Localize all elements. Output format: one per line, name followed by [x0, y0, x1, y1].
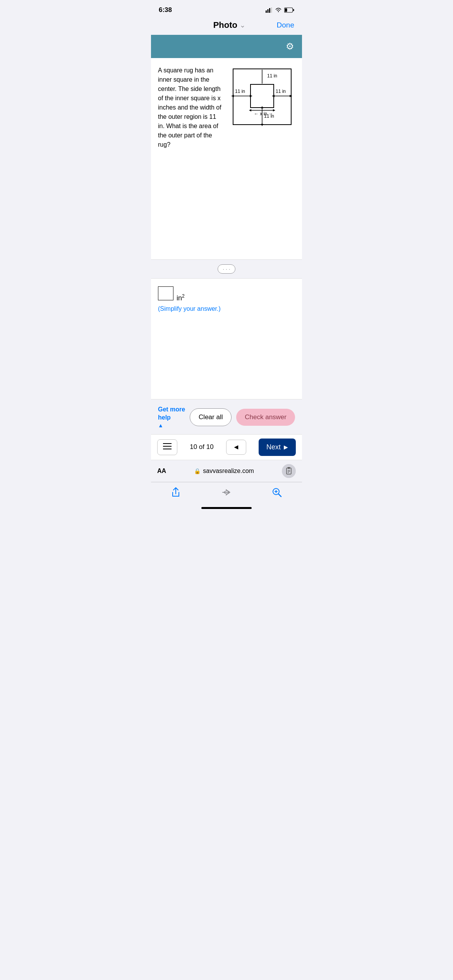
- list-icon: [163, 443, 172, 450]
- home-bar: [201, 507, 252, 509]
- lock-icon: 🔒: [194, 468, 201, 474]
- status-time: 6:38: [159, 6, 172, 14]
- get-more-help-button[interactable]: Get more help ▲: [158, 406, 185, 429]
- nav-title-area: Photo ⌄: [213, 20, 245, 30]
- svg-rect-3: [271, 7, 272, 13]
- ios-toolbar: [151, 482, 302, 504]
- nav-bar: Photo ⌄ Done: [151, 17, 302, 35]
- check-answer-button[interactable]: Check answer: [236, 409, 295, 426]
- divider-section: · · ·: [151, 259, 302, 279]
- clipboard-icon: [285, 467, 293, 475]
- svg-marker-12: [231, 95, 234, 97]
- svg-rect-5: [293, 9, 294, 11]
- answer-area: in2 (Simplify your answer.): [151, 279, 302, 322]
- answer-unit: in2: [177, 293, 185, 302]
- simplify-hint: (Simplify your answer.): [158, 305, 295, 312]
- url-text: savvasrealize.com: [203, 468, 254, 475]
- gear-icon[interactable]: ⚙: [286, 41, 294, 52]
- content-spacer: [151, 322, 302, 399]
- zoom-icon: [272, 487, 282, 497]
- svg-rect-6: [285, 9, 287, 12]
- questions-list-button[interactable]: [157, 439, 177, 455]
- svg-line-36: [278, 494, 281, 497]
- next-button[interactable]: Next ▶: [259, 439, 296, 456]
- clipboard-button[interactable]: [282, 464, 296, 478]
- question-text: A square rug has an inner square in the …: [158, 66, 223, 149]
- diagram-container: 11 in 11 in 11 in 11 in: [229, 66, 295, 129]
- back-button[interactable]: [216, 486, 236, 501]
- nav-title: Photo: [213, 20, 237, 30]
- battery-icon: [284, 7, 294, 13]
- url-area: 🔒 savvasrealize.com: [166, 468, 282, 475]
- svg-rect-0: [266, 10, 267, 13]
- svg-marker-13: [250, 95, 252, 97]
- svg-rect-31: [288, 467, 290, 469]
- font-size-button[interactable]: AA: [157, 468, 166, 475]
- signal-icon: [266, 7, 273, 13]
- svg-marker-24: [249, 109, 251, 111]
- svg-marker-25: [273, 109, 275, 111]
- back-icon: [221, 488, 232, 497]
- main-content: A square rug has an inner square in the …: [151, 58, 302, 259]
- bottom-toolbar: Get more help ▲ Clear all Check answer: [151, 399, 302, 434]
- svg-text:11 in: 11 in: [267, 73, 277, 79]
- clear-all-button[interactable]: Clear all: [190, 408, 232, 426]
- answer-input-box[interactable]: [158, 286, 173, 300]
- answer-input-row: in2: [158, 286, 295, 302]
- share-button[interactable]: [166, 485, 185, 502]
- next-arrow-icon: ▶: [284, 444, 288, 450]
- help-arrow-icon: ▲: [158, 422, 185, 429]
- svg-text:11 in: 11 in: [235, 89, 245, 94]
- teal-header-bar: ⚙: [151, 35, 302, 58]
- nav-bottom: 10 of 10 ◄ Next ▶: [151, 434, 302, 460]
- prev-button[interactable]: ◄: [226, 440, 246, 455]
- svg-rect-30: [287, 468, 291, 474]
- zoom-button[interactable]: [267, 486, 287, 501]
- status-bar: 6:38: [151, 0, 302, 17]
- done-button[interactable]: Done: [277, 21, 294, 29]
- share-icon: [171, 487, 180, 498]
- svg-text:← x in →: ← x in →: [254, 111, 273, 117]
- home-indicator: [151, 504, 302, 514]
- expand-dots-button[interactable]: · · ·: [218, 264, 235, 274]
- svg-rect-8: [251, 84, 274, 108]
- question-section: A square rug has an inner square in the …: [158, 66, 295, 149]
- chevron-down-icon[interactable]: ⌄: [240, 21, 245, 29]
- page-indicator: 10 of 10: [190, 443, 213, 451]
- svg-text:11 in: 11 in: [276, 89, 286, 94]
- wifi-icon: [275, 7, 282, 13]
- status-icons: [266, 7, 294, 13]
- svg-rect-2: [269, 8, 270, 13]
- browser-bar: AA 🔒 savvasrealize.com: [151, 460, 302, 482]
- rug-diagram: 11 in 11 in 11 in 11 in: [229, 66, 295, 128]
- svg-marker-16: [272, 95, 275, 97]
- svg-rect-1: [268, 9, 269, 13]
